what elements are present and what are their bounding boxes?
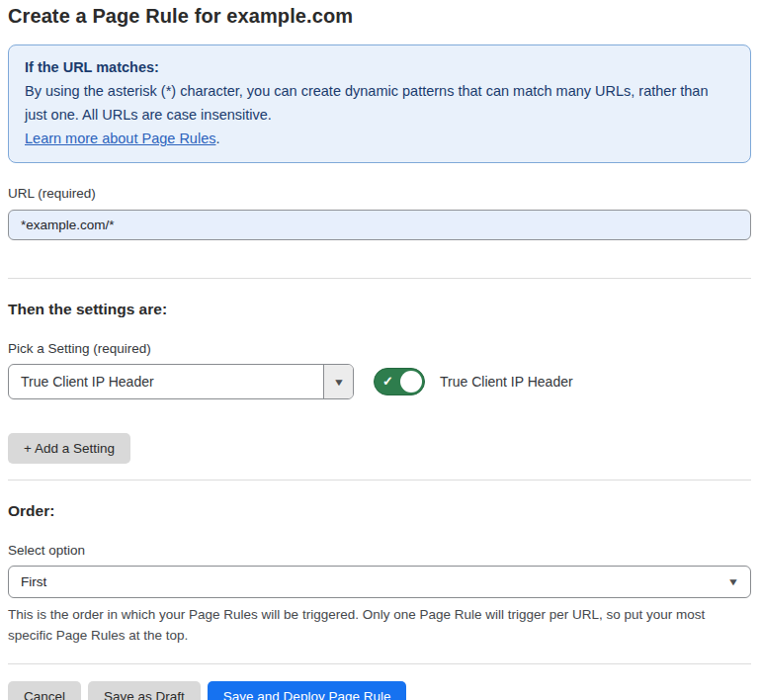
divider — [8, 663, 751, 664]
page-rule-form: Create a Page Rule for example.com If th… — [0, 0, 760, 700]
divider — [8, 278, 751, 279]
info-box-link-line: Learn more about Page Rules. — [25, 127, 734, 150]
setting-select-arrow-button[interactable]: ▼ — [323, 365, 353, 398]
url-match-info-box: If the URL matches: By using the asteris… — [8, 44, 751, 163]
setting-select-value: True Client IP Header — [9, 374, 323, 390]
page-title: Create a Page Rule for example.com — [8, 5, 751, 28]
order-section-heading: Order: — [8, 502, 751, 520]
order-select-value: First — [21, 574, 728, 589]
link-period: . — [215, 131, 219, 146]
cancel-button[interactable]: Cancel — [8, 681, 81, 700]
save-draft-button[interactable]: Save as Draft — [88, 681, 201, 700]
learn-more-link[interactable]: Learn more about Page Rules — [25, 131, 215, 146]
save-deploy-button[interactable]: Save and Deploy Page Rule — [208, 681, 407, 700]
true-client-ip-toggle[interactable]: ✓ — [374, 368, 425, 395]
order-help-text: This is the order in which your Page Rul… — [8, 604, 739, 646]
caret-down-icon: ▼ — [727, 576, 739, 587]
check-icon: ✓ — [382, 374, 393, 389]
pick-setting-label: Pick a Setting (required) — [8, 341, 751, 356]
url-field-label: URL (required) — [8, 186, 751, 201]
order-select[interactable]: First ▼ — [8, 566, 751, 598]
add-setting-button[interactable]: + Add a Setting — [8, 433, 130, 464]
toggle-knob — [400, 371, 422, 393]
url-input[interactable] — [8, 210, 751, 240]
divider — [8, 480, 751, 481]
setting-row: True Client IP Header ▼ ✓ True Client IP… — [8, 364, 751, 399]
info-box-body: By using the asterisk (*) character, you… — [25, 79, 734, 127]
footer-actions: Cancel Save as Draft Save and Deploy Pag… — [8, 681, 751, 700]
setting-select[interactable]: True Client IP Header ▼ — [8, 364, 354, 399]
info-box-heading: If the URL matches: — [25, 55, 734, 79]
order-select-label: Select option — [8, 543, 751, 558]
settings-section-heading: Then the settings are: — [8, 301, 751, 318]
caret-down-icon: ▼ — [332, 377, 344, 388]
toggle-label: True Client IP Header — [440, 374, 573, 390]
